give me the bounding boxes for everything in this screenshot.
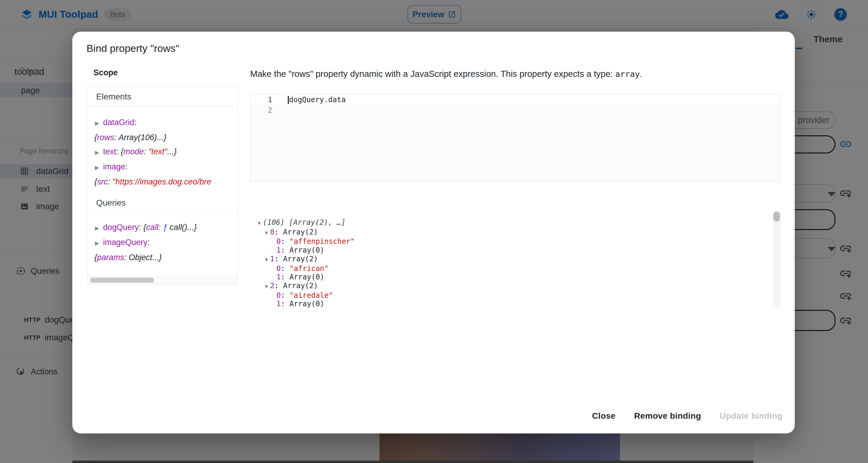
text-cursor <box>288 96 289 104</box>
line-number: 2 <box>250 105 272 116</box>
dialog-actions: Close Remove binding Update binding <box>72 411 795 421</box>
preview-tree-row[interactable]: 1: Array(0) <box>250 246 784 255</box>
scope-tree-line[interactable]: ▶dogQuery: {call: ƒ call()...} <box>88 220 237 236</box>
expression-editor[interactable]: 1 2 dogQuery.data <box>250 94 781 182</box>
elements-header: Elements <box>88 87 237 107</box>
dialog-title: Bind property "rows" <box>87 42 179 54</box>
scope-tree-line[interactable]: ▶dataGrid: <box>88 116 237 130</box>
preview-tree-row[interactable]: 1: Array(0) <box>250 300 784 308</box>
scope-tree-line[interactable]: {params: Object...} <box>88 250 237 265</box>
close-button[interactable]: Close <box>592 411 615 421</box>
preview-tree: ▼(106) [Array(2), …]▼0: Array(2)0: "affe… <box>250 211 784 308</box>
scope-elements-tree: ▶dataGrid:{rows: Array(106)...}▶text: {m… <box>88 116 237 189</box>
preview-tree-row[interactable]: ▼2: Array(2) <box>250 281 784 291</box>
preview-tree-row[interactable]: 0: "affenpinscher" <box>250 237 784 246</box>
expanded-arrow-icon[interactable]: ▼ <box>257 219 263 228</box>
preview-tree-row[interactable]: ▼0: Array(2) <box>250 228 784 238</box>
preview-tree-row[interactable]: 0: "african" <box>250 265 784 273</box>
vertical-scrollbar[interactable] <box>772 211 781 308</box>
binding-description: Make the "rows" property dynamic with a … <box>250 69 642 79</box>
collapsed-arrow-icon[interactable]: ▶ <box>95 116 103 130</box>
preview-tree-row[interactable]: ▼(106) [Array(2), …] <box>250 218 784 228</box>
preview-tree-row[interactable]: 1: Array(0) <box>250 273 784 281</box>
scrollbar-thumb[interactable] <box>773 212 780 221</box>
expanded-arrow-icon[interactable]: ▼ <box>264 282 270 291</box>
editor-content[interactable]: dogQuery.data <box>289 95 780 105</box>
collapsed-arrow-icon[interactable]: ▶ <box>95 161 103 175</box>
line-number: 1 <box>250 95 272 105</box>
expanded-arrow-icon[interactable]: ▼ <box>264 229 270 238</box>
expanded-arrow-icon[interactable]: ▼ <box>264 256 270 265</box>
remove-binding-button[interactable]: Remove binding <box>634 411 701 421</box>
update-binding-button[interactable]: Update binding <box>720 411 782 421</box>
line-number-gutter: 1 2 <box>250 95 272 116</box>
scope-tree-line[interactable]: ▶text: {mode: "text"...} <box>88 145 237 160</box>
collapsed-arrow-icon[interactable]: ▶ <box>95 146 103 160</box>
scope-tree-line[interactable]: ▶image: <box>88 160 237 175</box>
scope-queries-tree: ▶dogQuery: {call: ƒ call()...}▶imageQuer… <box>88 220 237 265</box>
scope-explorer: Elements ▶dataGrid:{rows: Array(106)...}… <box>87 87 238 284</box>
collapsed-arrow-icon[interactable]: ▶ <box>95 221 103 236</box>
scrollbar-thumb[interactable] <box>90 278 154 283</box>
scope-label: Scope <box>93 68 118 78</box>
bind-property-dialog: Bind property "rows" Scope Elements ▶dat… <box>72 32 795 433</box>
preview-tree-row[interactable]: 0: "airedale" <box>250 291 784 300</box>
evaluated-value-preview: ▼(106) [Array(2), …]▼0: Array(2)0: "affe… <box>250 211 784 308</box>
horizontal-scrollbar[interactable] <box>88 276 237 284</box>
scope-tree-line[interactable]: {rows: Array(106)...} <box>88 130 237 145</box>
scope-tree-line[interactable]: {src: "https://images.dog.ceo/bre <box>88 175 237 189</box>
code-line: dogQuery.data <box>289 95 780 105</box>
screen: MUI Toolpad Beta Preview <box>0 0 868 463</box>
expected-type: array <box>615 69 640 79</box>
scope-tree-line[interactable]: ▶imageQuery: <box>88 236 237 250</box>
scope-queries-header: Queries <box>88 193 237 213</box>
collapsed-arrow-icon[interactable]: ▶ <box>95 236 103 250</box>
preview-tree-row[interactable]: ▼1: Array(2) <box>250 255 784 265</box>
